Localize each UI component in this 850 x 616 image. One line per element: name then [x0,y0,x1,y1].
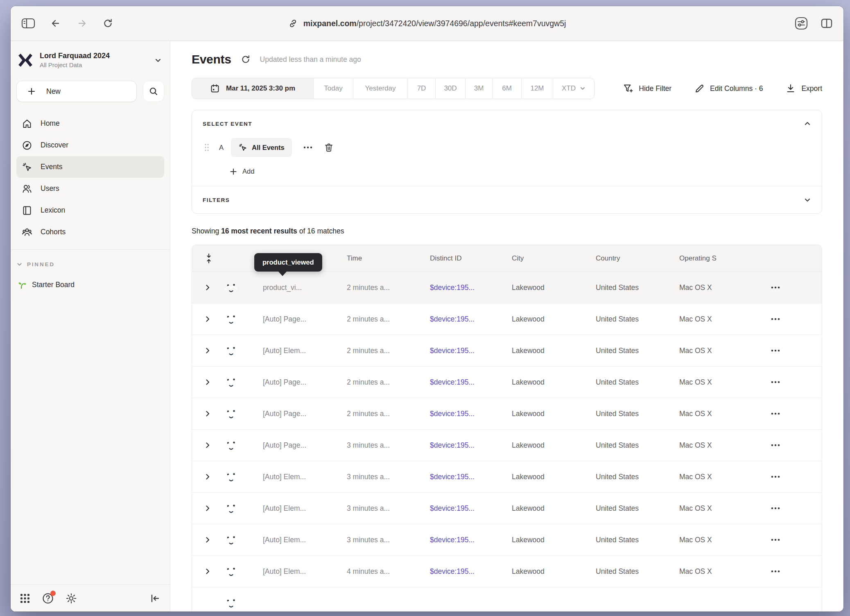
sort-icon[interactable] [204,253,223,264]
expand-row-icon[interactable] [204,379,223,385]
column-header-distinct-id[interactable]: Distinct ID [430,254,512,263]
row-menu-icon[interactable] [771,507,822,510]
column-header-city[interactable]: City [512,254,596,263]
more-options-icon[interactable] [303,146,312,149]
date-picker-button[interactable]: Mar 11, 2025 3:30 pm [192,78,313,99]
cell-distinct-id[interactable]: $device:195... [430,504,512,513]
cell-distinct-id[interactable]: $device:195... [430,315,512,324]
cell-distinct-id[interactable]: $device:195... [430,567,512,576]
row-menu-icon[interactable] [771,349,822,352]
cell-distinct-id[interactable]: $device:195... [430,346,512,355]
collapse-sidebar-icon[interactable] [149,593,161,604]
expand-row-icon[interactable] [204,442,223,448]
project-switcher[interactable]: Lord Farquaad 2024 All Project Data [11,48,170,72]
chevron-down-icon [580,86,586,91]
preset-7d[interactable]: 7D [407,78,435,99]
preset-yesterday[interactable]: Yesterday [353,78,407,99]
help-icon[interactable] [42,592,54,605]
cell-distinct-id[interactable]: $device:195... [430,283,512,292]
sidebar-item-starter-board[interactable]: Starter Board [11,267,170,290]
export-button[interactable]: Export [785,83,822,94]
pinned-section-header[interactable]: PINNED [11,250,170,267]
row-menu-icon[interactable] [771,286,822,289]
sidebar-item-home[interactable]: Home [16,113,164,134]
gear-icon[interactable] [66,593,77,604]
chevron-up-icon[interactable] [804,120,811,127]
sidebar-item-lexicon[interactable]: Lexicon [16,199,164,221]
table-row[interactable] [192,587,822,611]
row-menu-icon[interactable] [771,318,822,320]
table-row[interactable]: [Auto] Page... 2 minutes a... $device:19… [192,303,822,335]
new-button[interactable]: New [16,81,137,102]
preset-today[interactable]: Today [313,78,353,99]
table-row[interactable]: product_vi... 2 minutes a... $device:195… [192,272,822,303]
cell-distinct-id[interactable]: $device:195... [430,536,512,544]
page-settings-icon[interactable] [794,16,808,30]
cell-event-name[interactable]: product_vi... [263,283,347,292]
table-row[interactable]: [Auto] Page... 2 minutes a... $device:19… [192,367,822,398]
column-header-os[interactable]: Operating S [679,254,771,263]
cell-event-name[interactable]: [Auto] Page... [263,315,347,324]
row-menu-icon[interactable] [771,381,822,383]
cell-distinct-id[interactable]: $device:195... [430,378,512,387]
row-menu-icon[interactable] [771,476,822,478]
cell-event-name[interactable]: [Auto] Elem... [263,504,347,513]
forward-button[interactable] [76,18,88,29]
row-menu-icon[interactable] [771,570,822,573]
table-row[interactable]: [Auto] Page... 3 minutes a... $device:19… [192,430,822,461]
back-button[interactable] [50,18,61,29]
cell-distinct-id[interactable]: $device:195... [430,473,512,481]
sidebar-item-events[interactable]: Events [16,156,164,178]
cell-event-name[interactable]: [Auto] Elem... [263,536,347,544]
table-row[interactable]: [Auto] Elem... 4 minutes a... $device:19… [192,556,822,587]
expand-row-icon[interactable] [204,505,223,512]
column-header-time[interactable]: Time [347,254,430,263]
preset-xtd[interactable]: XTD [553,78,594,99]
preset-3m[interactable]: 3M [465,78,492,99]
sidebar-toggle-icon[interactable] [21,18,35,29]
expand-row-icon[interactable] [204,284,223,291]
drag-handle[interactable] [204,143,209,152]
search-button[interactable] [143,81,164,102]
table-row[interactable]: [Auto] Elem... 2 minutes a... $device:19… [192,335,822,367]
preset-30d[interactable]: 30D [435,78,465,99]
table-row[interactable]: [Auto] Elem... 3 minutes a... $device:19… [192,524,822,556]
preset-6m[interactable]: 6M [492,78,521,99]
address-bar[interactable]: mixpanel.com/project/3472420/view/397469… [288,18,566,28]
reload-button[interactable] [102,18,114,29]
table-row[interactable]: [Auto] Page... 2 minutes a... $device:19… [192,398,822,430]
row-menu-icon[interactable] [771,539,822,541]
column-header-country[interactable]: Country [596,254,679,263]
sidebar-item-cohorts[interactable]: Cohorts [16,221,164,243]
cell-event-name[interactable]: [Auto] Page... [263,378,347,387]
add-event-button[interactable]: Add [230,168,811,175]
trash-icon[interactable] [324,143,334,152]
cell-event-name[interactable]: [Auto] Page... [263,410,347,418]
cell-event-name[interactable]: [Auto] Elem... [263,567,347,576]
cell-distinct-id[interactable]: $device:195... [430,410,512,418]
expand-row-icon[interactable] [204,410,223,417]
chevron-down-icon[interactable] [804,196,811,204]
event-selector-chip[interactable]: All Events [231,138,292,157]
expand-row-icon[interactable] [204,537,223,543]
table-row[interactable]: [Auto] Elem... 3 minutes a... $device:19… [192,461,822,493]
table-row[interactable]: [Auto] Elem... 3 minutes a... $device:19… [192,493,822,524]
expand-row-icon[interactable] [204,568,223,575]
expand-row-icon[interactable] [204,473,223,480]
edit-columns-button[interactable]: Edit Columns · 6 [694,83,763,94]
apps-grid-icon[interactable] [20,593,30,604]
cell-event-name[interactable]: [Auto] Elem... [263,346,347,355]
row-menu-icon[interactable] [771,444,822,446]
cell-distinct-id[interactable]: $device:195... [430,441,512,450]
expand-row-icon[interactable] [204,347,223,354]
sidebar-item-discover[interactable]: Discover [16,134,164,156]
cell-event-name[interactable]: [Auto] Elem... [263,473,347,481]
row-menu-icon[interactable] [771,412,822,415]
hide-filter-button[interactable]: Hide Filter [623,83,671,94]
cell-event-name[interactable]: [Auto] Page... [263,441,347,450]
refresh-icon[interactable] [240,54,251,65]
split-view-icon[interactable] [821,18,833,29]
sidebar-item-users[interactable]: Users [16,178,164,199]
preset-12m[interactable]: 12M [521,78,553,99]
expand-row-icon[interactable] [204,316,223,322]
